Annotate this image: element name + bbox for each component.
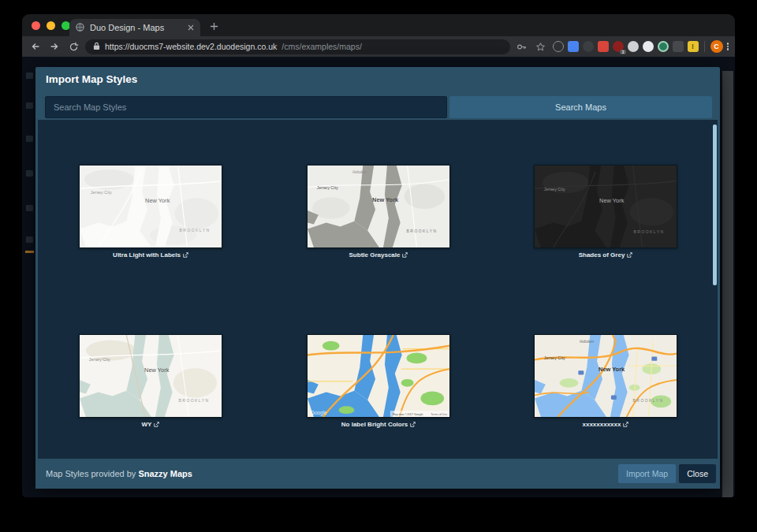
tab-title: Duo Design - Maps — [90, 23, 182, 32]
url-domain: https://duocms7-website.dev2.duodesign.c… — [105, 42, 277, 51]
map-style-tile[interactable]: Hoboken Jersey City New York BROOKLYN Su… — [307, 165, 450, 259]
browser-toolbar: https://duocms7-website.dev2.duodesign.c… — [22, 36, 735, 57]
sidebar-icon-4 — [26, 170, 33, 177]
tab-close-icon[interactable] — [188, 24, 194, 32]
import-map-styles-dialog: Import Map Styles Search Maps Jersey Cit… — [35, 67, 720, 489]
forward-button[interactable] — [47, 39, 62, 54]
svg-text:New York: New York — [372, 196, 399, 203]
map-preview-subtle-grayscale[interactable]: Hoboken Jersey City New York BROOKLYN — [307, 165, 450, 248]
close-button[interactable]: Close — [679, 464, 716, 483]
svg-text:Google: Google — [311, 410, 327, 416]
svg-text:Terms of Use: Terms of Use — [431, 413, 447, 416]
svg-text:Map data ©2017 Google: Map data ©2017 Google — [393, 413, 423, 416]
profile-avatar[interactable]: C — [710, 40, 723, 53]
sidebar-icon-2 — [26, 102, 33, 109]
search-maps-button[interactable]: Search Maps — [449, 96, 712, 118]
map-style-caption[interactable]: No label Bright Colors — [307, 421, 450, 428]
bookmark-star-icon[interactable] — [534, 39, 548, 54]
map-style-tile[interactable]: Hoboken Jersey City New York BROOKLYN xx… — [534, 334, 677, 428]
gray-extension-icon[interactable] — [628, 41, 639, 52]
chrome-menu-button[interactable] — [727, 43, 729, 50]
window-close-button[interactable] — [32, 21, 40, 30]
map-preview-bright-colors[interactable]: Google Map data ©2017 Google Terms of Us… — [307, 334, 450, 418]
svg-text:Jersey City: Jersey City — [89, 357, 110, 362]
svg-text:Hoboken: Hoboken — [352, 170, 367, 174]
sidebar-icon-5 — [26, 205, 33, 211]
dark-extension-icon[interactable] — [583, 41, 594, 52]
new-tab-button[interactable] — [210, 20, 218, 32]
map-style-caption[interactable]: Ultra Light with Labels — [79, 251, 222, 259]
https-lock-icon[interactable] — [93, 39, 100, 54]
import-map-button[interactable]: Import Map — [618, 464, 676, 483]
url-path: /cms/examples/maps/ — [282, 42, 362, 51]
svg-text:New York: New York — [599, 366, 625, 373]
map-style-caption[interactable]: xxxxxxxxxxx — [534, 421, 677, 428]
blue-extension-icon[interactable] — [568, 41, 579, 52]
red-extension-icon[interactable] — [598, 41, 609, 52]
history-extension-icon[interactable] — [553, 41, 564, 52]
map-preview-wy[interactable]: Jersey City New York BROOKLYN — [79, 334, 222, 418]
map-style-caption[interactable]: WY — [79, 421, 222, 428]
patterned-extension-icon[interactable] — [673, 41, 684, 52]
toolbar-separator — [704, 41, 705, 52]
extension-icons: 3 ! C — [553, 40, 729, 53]
sidebar-icon-1 — [26, 73, 33, 79]
map-preview-ultra-light[interactable]: Jersey City New York BROOKLYN — [79, 165, 222, 248]
map-styles-search-input[interactable] — [45, 96, 447, 118]
svg-text:Jersey City: Jersey City — [544, 187, 565, 192]
external-link-icon — [627, 252, 632, 258]
warning-extension-icon[interactable]: ! — [688, 41, 699, 52]
green-extension-icon[interactable] — [658, 41, 669, 52]
map-styles-grid: Jersey City New York BROOKLYN Ultra Ligh… — [38, 120, 718, 459]
svg-text:New York: New York — [144, 366, 170, 374]
dialog-title: Import Map Styles — [46, 73, 137, 85]
svg-text:BROOKLYN: BROOKLYN — [180, 229, 211, 233]
sidebar-icon-3 — [26, 136, 33, 142]
svg-text:Hoboken: Hoboken — [580, 340, 594, 344]
map-preview-shades-of-grey[interactable]: Jersey City New York BROOKLYN — [534, 165, 677, 248]
browser-tab[interactable]: Duo Design - Maps — [69, 19, 200, 36]
back-button[interactable] — [28, 39, 43, 54]
external-link-icon — [154, 422, 159, 427]
white-extension-icon[interactable] — [643, 41, 654, 52]
svg-text:Jersey City: Jersey City — [91, 190, 112, 195]
map-style-caption[interactable]: Shades of Grey — [534, 251, 677, 259]
external-link-icon — [402, 252, 408, 258]
red-badge-extension-icon[interactable]: 3 — [613, 41, 624, 52]
svg-text:Jersey City: Jersey City — [544, 355, 565, 360]
map-style-tile[interactable]: Google Map data ©2017 Google Terms of Us… — [307, 334, 450, 428]
svg-text:BROOKLYN: BROOKLYN — [407, 229, 438, 233]
tab-favicon-icon — [76, 20, 84, 35]
tab-strip: Duo Design - Maps — [22, 14, 735, 36]
svg-text:New York: New York — [145, 197, 170, 204]
map-preview-default[interactable]: Hoboken Jersey City New York BROOKLYN — [534, 334, 677, 418]
svg-text:New York: New York — [599, 197, 625, 204]
external-link-icon — [183, 252, 188, 258]
svg-text:Jersey City: Jersey City — [317, 185, 338, 190]
password-key-icon[interactable] — [515, 39, 529, 54]
map-style-tile[interactable]: Jersey City New York BROOKLYN Shades of … — [534, 165, 677, 259]
reload-button[interactable] — [66, 39, 80, 54]
svg-text:BROOKLYN: BROOKLYN — [634, 230, 665, 234]
svg-text:BROOKLYN: BROOKLYN — [633, 399, 664, 403]
sidebar-accent-mark — [25, 251, 34, 253]
screenshot-canvas: Duo Design - Maps — [0, 0, 757, 532]
map-style-tile[interactable]: Jersey City New York BROOKLYN WY — [79, 334, 222, 428]
external-link-icon — [623, 422, 628, 427]
svg-text:BROOKLYN: BROOKLYN — [179, 399, 210, 403]
page-scrollbar[interactable] — [722, 71, 733, 497]
snazzy-maps-link[interactable]: Snazzy Maps — [138, 469, 192, 478]
window-controls — [32, 21, 70, 30]
external-link-icon — [410, 422, 416, 427]
provider-credit: Map Styles provided by Snazzy Maps — [46, 469, 615, 478]
dialog-footer: Map Styles provided by Snazzy Maps Impor… — [35, 459, 720, 489]
window-minimize-button[interactable] — [47, 21, 55, 30]
map-style-caption[interactable]: Subtle Grayscale — [307, 251, 450, 259]
sidebar-icon-6 — [26, 236, 33, 243]
dialog-scrollbar-thumb[interactable] — [713, 125, 717, 285]
map-style-tile[interactable]: Jersey City New York BROOKLYN Ultra Ligh… — [79, 165, 222, 259]
url-bar[interactable]: https://duocms7-website.dev2.duodesign.c… — [85, 39, 510, 54]
